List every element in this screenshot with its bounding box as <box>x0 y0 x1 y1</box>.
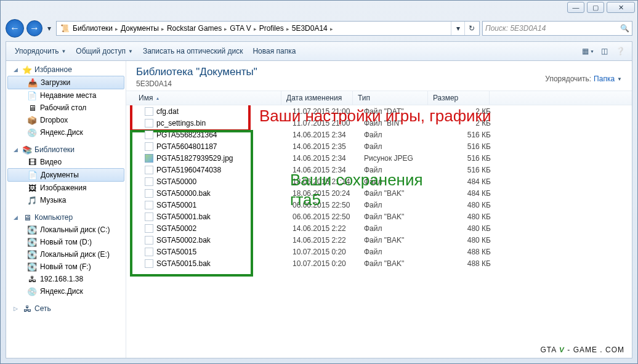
file-row[interactable]: SGTA5000018.06.2015 21:14Файл484 КБ <box>126 176 632 187</box>
file-row[interactable]: SGTA5000106.06.2015 22:50Файл480 КБ <box>126 199 632 211</box>
file-date: 18.06.2015 21:14 <box>288 177 359 186</box>
sidebar-item[interactable]: 🎞Видео <box>6 156 126 168</box>
preview-pane-button[interactable]: ◫ <box>596 44 612 59</box>
sidebar-item[interactable]: 💽Локальный диск (C:) <box>6 224 126 236</box>
sidebar-item-label: 192.168.1.38 <box>40 275 83 283</box>
sidebar-item-label: Dropbox <box>40 116 68 124</box>
file-row[interactable]: PGTA51827939529.jpg14.06.2015 2:34Рисуно… <box>126 152 632 164</box>
chevron-right-icon[interactable]: ▸ <box>114 26 119 32</box>
file-row[interactable]: PGTA560480118714.06.2015 2:35Файл516 КБ <box>126 140 632 152</box>
file-name: SGTA50015.bak <box>156 259 211 268</box>
file-name: pc_settings.bin <box>156 119 206 127</box>
file-size: 516 КБ <box>434 154 496 163</box>
sidebar-item[interactable]: 💿Яндекс.Диск <box>6 126 126 139</box>
arrange-by[interactable]: Упорядочить: Папка ▼ <box>545 66 622 83</box>
file-row[interactable]: SGTA50015.bak10.07.2015 0:20Файл "BAK"48… <box>126 257 632 269</box>
sidebar-item-label: Яндекс.Диск <box>40 287 83 296</box>
file-row[interactable]: SGTA50000.bak18.06.2015 20:24Файл "BAK"4… <box>126 187 632 199</box>
sidebar-item[interactable]: 💽Локальный диск (E:) <box>6 248 126 261</box>
chevron-right-icon[interactable]: ▸ <box>223 26 228 32</box>
sidebar-item[interactable]: 🖥Рабочий стол <box>6 102 126 114</box>
sidebar-item[interactable]: 📄Недавние места <box>6 89 126 102</box>
file-size: 480 КБ <box>434 212 496 221</box>
sidebar-item[interactable]: 🖧192.168.1.38 <box>6 273 126 285</box>
column-name[interactable]: Имя▴ <box>126 91 281 105</box>
share-menu[interactable]: Общий доступ▼ <box>71 44 138 58</box>
file-row[interactable]: PGTA556823136414.06.2015 2:34Файл516 КБ <box>126 129 632 140</box>
nav-back-button[interactable]: ← <box>6 19 24 38</box>
sidebar-item-label: Загрузки <box>41 78 70 87</box>
file-list[interactable]: Ваши настройки игры, графики Ваши сохран… <box>126 105 632 358</box>
network-group[interactable]: ▷🖧 Сеть <box>6 302 126 315</box>
chevron-right-icon[interactable]: ▸ <box>252 26 258 32</box>
column-date[interactable]: Дата изменения <box>281 91 353 105</box>
sidebar-item-label: Документы <box>41 171 79 179</box>
libraries-icon: 📚 <box>22 145 32 155</box>
breadcrumb-segment[interactable]: Profiles <box>258 24 285 33</box>
main-pane: Библиотека "Документы" 5E3D0A14 Упорядоч… <box>126 61 632 358</box>
column-size[interactable]: Размер <box>428 91 490 105</box>
address-dropdown[interactable]: ▾ <box>451 22 464 35</box>
computer-group[interactable]: ◢🖥 Компьютер <box>6 211 126 224</box>
file-size: 516 КБ <box>434 131 496 139</box>
maximize-button[interactable]: ▢ <box>587 2 604 13</box>
chevron-right-icon[interactable]: ▸ <box>285 26 291 32</box>
file-size: 488 КБ <box>434 259 496 268</box>
breadcrumb-segment[interactable]: Rockstar Games <box>166 24 223 33</box>
file-row[interactable]: SGTA50001.bak06.06.2015 22:50Файл "BAK"4… <box>126 211 632 222</box>
sidebar-item-label: Недавние места <box>40 91 96 100</box>
file-row[interactable]: SGTA50002.bak14.06.2015 2:22Файл "BAK"48… <box>126 234 632 246</box>
column-type[interactable]: Тип <box>353 91 428 105</box>
address-bar[interactable]: 📜 Библиотеки▸Документы▸Rockstar Games▸GT… <box>56 21 480 36</box>
file-date: 14.06.2015 2:34 <box>288 131 359 139</box>
sidebar-item[interactable]: 📦Dropbox <box>6 114 126 126</box>
file-date: 14.06.2015 2:22 <box>288 236 359 245</box>
file-date: 10.07.2015 0:20 <box>288 248 359 256</box>
sidebar-item[interactable]: 💽Новый том (F:) <box>6 261 126 273</box>
minimize-button[interactable]: — <box>567 2 584 13</box>
sidebar-item[interactable]: 💽Новый том (D:) <box>6 236 126 248</box>
search-input[interactable]: Поиск: 5E3D0A14 🔍 <box>482 21 632 36</box>
chevron-right-icon[interactable]: ▸ <box>329 26 334 32</box>
file-row[interactable]: SGTA5000214.06.2015 2:22Файл480 КБ <box>126 222 632 234</box>
item-icon: 🖼 <box>27 183 37 193</box>
item-icon: 📦 <box>27 115 37 125</box>
file-row[interactable]: SGTA5001510.07.2015 0:20Файл488 КБ <box>126 246 632 257</box>
breadcrumb-segment[interactable]: Документы <box>119 24 160 33</box>
file-row[interactable]: pc_settings.bin11.07.2015 21:00Файл "BIN… <box>126 117 632 129</box>
item-icon: 💽 <box>27 225 37 235</box>
titlebar: — ▢ ✕ <box>1 1 637 18</box>
sidebar-item-label: Музыка <box>40 196 66 204</box>
close-button[interactable]: ✕ <box>607 2 635 13</box>
breadcrumb-segment[interactable]: 5E3D0A14 <box>291 24 329 33</box>
view-options-button[interactable]: ▦▼ <box>580 44 596 59</box>
sidebar-item[interactable]: 📥Загрузки <box>7 76 124 89</box>
content-area: ◢⭐ Избранное 📥Загрузки📄Недавние места🖥Ра… <box>6 61 632 358</box>
item-icon: 🖧 <box>27 274 37 284</box>
sidebar-item[interactable]: 🎵Музыка <box>6 194 126 206</box>
file-name: PGTA5568231364 <box>156 131 217 139</box>
burn-button[interactable]: Записать на оптический диск <box>138 44 248 58</box>
sidebar-item[interactable]: 💿Яндекс.Диск <box>6 285 126 297</box>
file-icon <box>145 259 153 268</box>
chevron-right-icon[interactable]: ▸ <box>160 26 166 32</box>
nav-forward-button[interactable]: → <box>26 20 42 36</box>
libraries-group[interactable]: ◢📚 Библиотеки <box>6 144 126 156</box>
breadcrumb-segment[interactable]: GTA V <box>228 24 252 33</box>
file-row[interactable]: cfg.dat11.07.2015 21:00Файл "DAT"2 КБ <box>126 105 632 117</box>
file-size: 480 КБ <box>434 201 496 209</box>
organize-menu[interactable]: Упорядочить▼ <box>10 44 71 58</box>
nav-history-dropdown[interactable]: ▾ <box>45 22 54 34</box>
sidebar-item[interactable]: 📄Документы <box>7 168 124 182</box>
sidebar-item[interactable]: 🖼Изображения <box>6 182 126 194</box>
help-button[interactable]: ❔ <box>612 44 628 59</box>
file-row[interactable]: PGTA5196047403814.06.2015 2:34Файл516 КБ <box>126 164 632 176</box>
file-icon <box>145 119 153 127</box>
file-date: 11.07.2015 21:00 <box>288 107 359 116</box>
column-headers: Имя▴ Дата изменения Тип Размер <box>126 91 632 105</box>
new-folder-button[interactable]: Новая папка <box>248 44 301 58</box>
breadcrumb-segment[interactable]: Библиотеки <box>71 24 114 33</box>
favorites-group[interactable]: ◢⭐ Избранное <box>6 63 126 76</box>
file-type: Файл "BAK" <box>359 236 434 245</box>
refresh-button[interactable]: ↻ <box>464 22 478 35</box>
